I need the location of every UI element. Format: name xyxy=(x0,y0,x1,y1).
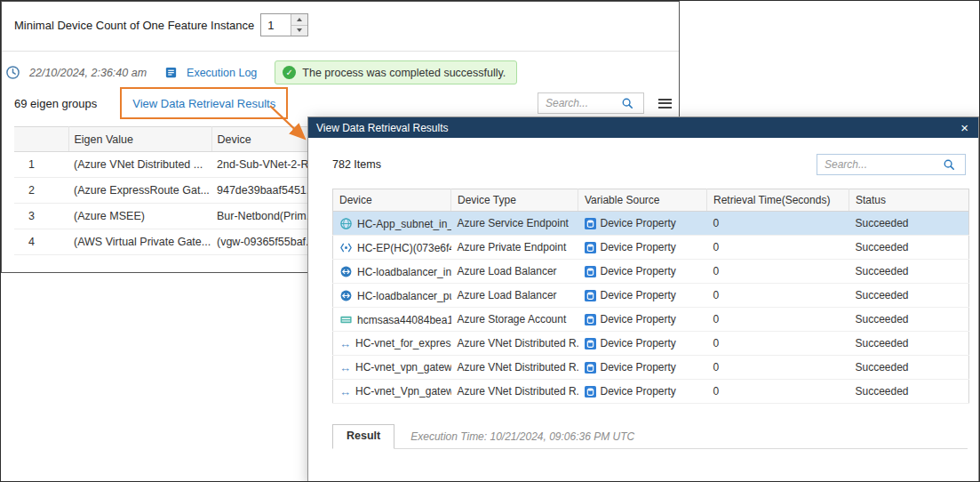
result-tabstrip: Result Execution Time: 10/21/2024, 09:06… xyxy=(332,424,968,449)
status: Succeeded xyxy=(849,356,969,380)
result-content-area xyxy=(308,450,978,481)
variable-source: Device Property xyxy=(601,337,676,349)
view-data-retrieval-results-link[interactable]: View Data Retrieval Results xyxy=(132,97,275,110)
min-device-count-label: Minimal Device Count of One Feature Inst… xyxy=(14,19,254,32)
row-index: 3 xyxy=(14,204,68,229)
device-type: Azure Storage Account xyxy=(451,308,578,332)
menu-icon[interactable] xyxy=(658,99,672,108)
status: Succeeded xyxy=(849,332,969,356)
azure-vnet-router-icon: ↔ xyxy=(339,385,351,398)
spin-up-icon xyxy=(297,18,302,21)
variable-source: Device Property xyxy=(601,313,676,325)
device-property-icon xyxy=(585,218,596,229)
device-name: HC-EP(HC)(073e6f45... xyxy=(357,242,451,254)
divider xyxy=(2,51,679,52)
view-data-retrieval-results-dialog: View Data Retrieval Results × 782 Items … xyxy=(307,116,979,482)
dialog-titlebar[interactable]: View Data Retrieval Results × xyxy=(308,117,978,138)
device-name: HC-App_subnet_in_... xyxy=(357,218,451,230)
device-type: Azure Load Balancer xyxy=(451,260,578,284)
min-device-count-input[interactable] xyxy=(261,14,291,36)
azure-storage-account-icon xyxy=(339,313,353,326)
table-row[interactable]: ↔HC-vnet_vpn_gatew... Azure VNet Distrib… xyxy=(333,356,969,380)
close-icon[interactable]: × xyxy=(959,121,970,134)
eigen-value: (Azure ExpressRoute Gat... xyxy=(68,178,211,204)
table-row[interactable]: HC-EP(HC)(073e6f45... Azure Private Endp… xyxy=(333,236,969,260)
device-name: HC-loadbalancer_int... xyxy=(357,266,451,278)
items-count: 782 Items xyxy=(332,158,381,171)
table-row[interactable]: HC-App_subnet_in_... Azure Service Endpo… xyxy=(333,212,969,236)
min-device-count-row: Minimal Device Count of One Feature Inst… xyxy=(14,13,308,36)
table-row[interactable]: HC-loadbalancer_pu... Azure Load Balance… xyxy=(333,284,969,308)
device-name: HC-vnet_for_express... xyxy=(355,337,451,349)
results-table: Device Device Type Variable Source Retri… xyxy=(332,189,969,404)
eigen-search-input[interactable] xyxy=(546,97,621,109)
spin-up-button[interactable] xyxy=(291,14,307,26)
table-row[interactable]: ↔HC-vnet_for_express... Azure VNet Distr… xyxy=(333,332,969,356)
device-type: Azure VNet Distributed R... xyxy=(451,380,578,404)
retrieval-time: 0 xyxy=(707,212,849,236)
success-check-icon: ✓ xyxy=(283,66,296,79)
execution-timestamp: 22/10/2024, 2:36:40 am xyxy=(29,67,147,79)
table-row[interactable]: ↔HC-vnet_Vpn_gatew... Azure VNet Distrib… xyxy=(333,380,969,404)
row-index: 1 xyxy=(14,152,68,178)
azure-vnet-router-icon: ↔ xyxy=(339,337,351,350)
retrieval-time: 0 xyxy=(707,284,849,308)
status: Succeeded xyxy=(849,236,969,260)
column-header-variable-source: Variable Source xyxy=(578,189,707,212)
variable-source: Device Property xyxy=(601,265,676,277)
tab-result[interactable]: Result xyxy=(332,424,394,449)
device-property-icon xyxy=(585,242,596,253)
device-name: HC-vnet_vpn_gatew... xyxy=(355,361,451,374)
status-row: 22/10/2024, 2:36:40 am Execution Log ✓ T… xyxy=(5,60,517,84)
dialog-search-box xyxy=(817,154,966,175)
azure-load-balancer-icon xyxy=(339,265,353,278)
annotation-highlight-box: View Data Retrieval Results xyxy=(120,87,288,119)
success-banner: ✓ The process was completed successfully… xyxy=(275,60,517,84)
column-header-index xyxy=(14,127,68,152)
spinner xyxy=(291,14,307,36)
table-header-row: Device Device Type Variable Source Retri… xyxy=(333,189,969,212)
row-index: 2 xyxy=(14,178,68,204)
results-row: 69 eigen groups View Data Retrieval Resu… xyxy=(14,87,672,119)
device-name: hcmsasa44084bea1... xyxy=(357,314,451,326)
retrieval-time: 0 xyxy=(707,332,849,356)
execution-log-icon xyxy=(164,66,182,79)
retrieval-time: 0 xyxy=(707,356,849,380)
screen: Minimal Device Count of One Feature Inst… xyxy=(0,0,980,482)
device-name: HC-vnet_Vpn_gatew... xyxy=(355,385,451,398)
device-property-icon xyxy=(585,266,596,277)
azure-load-balancer-icon xyxy=(339,289,353,302)
min-device-count-stepper xyxy=(260,13,308,36)
column-header-eigen-value: Eigen Value xyxy=(68,127,211,152)
eigen-value: (Azure MSEE) xyxy=(68,204,211,229)
execution-time-label: Execution Time: 10/21/2024, 09:06:36 PM … xyxy=(410,430,634,443)
spin-down-button[interactable] xyxy=(291,26,307,36)
search-icon[interactable] xyxy=(943,158,955,171)
row-index: 4 xyxy=(14,229,68,255)
status: Succeeded xyxy=(849,284,969,308)
retrieval-time: 0 xyxy=(707,236,849,260)
variable-source: Device Property xyxy=(601,385,676,398)
column-header-status: Status xyxy=(849,189,969,212)
variable-source: Device Property xyxy=(601,361,676,374)
dialog-search-input[interactable] xyxy=(825,158,943,171)
success-message: The process was completed successfully. xyxy=(302,67,506,79)
retrieval-time: 0 xyxy=(707,380,849,404)
execution-log-link[interactable]: Execution Log xyxy=(164,66,257,79)
device-type: Azure Load Balancer xyxy=(451,284,578,308)
annotation-arrow xyxy=(267,102,318,150)
status: Succeeded xyxy=(849,380,969,404)
device-property-icon xyxy=(585,386,596,398)
device-type: Azure Service Endpoint xyxy=(451,212,578,236)
status: Succeeded xyxy=(849,308,969,332)
column-header-device: Device xyxy=(333,189,451,212)
device-property-icon xyxy=(585,290,596,301)
table-row[interactable]: HC-loadbalancer_int... Azure Load Balanc… xyxy=(333,260,969,284)
device-property-icon xyxy=(585,338,596,349)
search-icon[interactable] xyxy=(621,97,633,109)
column-header-device-type: Device Type xyxy=(451,189,578,212)
status: Succeeded xyxy=(849,260,969,284)
status: Succeeded xyxy=(849,212,969,236)
retrieval-time: 0 xyxy=(707,308,849,332)
table-row[interactable]: hcmsasa44084bea1... Azure Storage Accoun… xyxy=(333,308,969,332)
